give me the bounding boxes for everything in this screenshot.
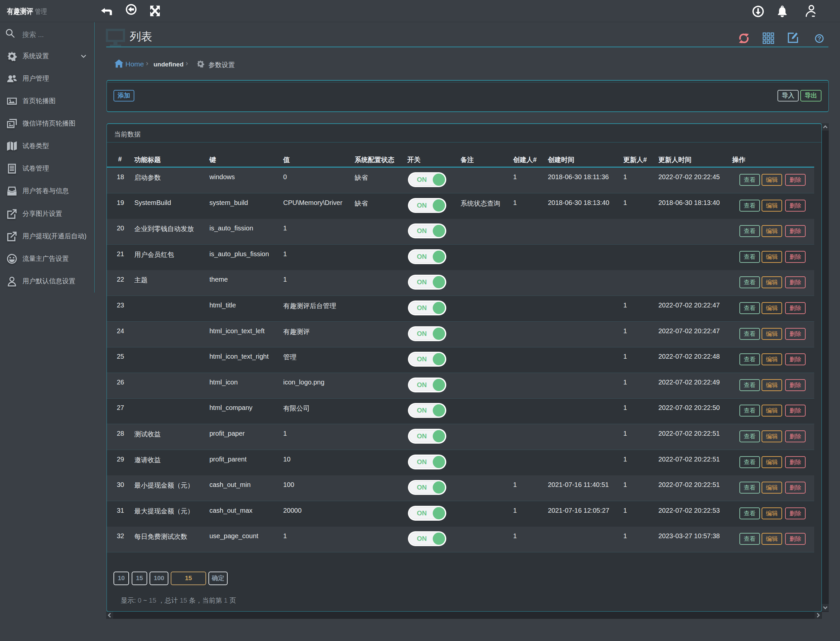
- svg-text:?: ?: [817, 35, 821, 42]
